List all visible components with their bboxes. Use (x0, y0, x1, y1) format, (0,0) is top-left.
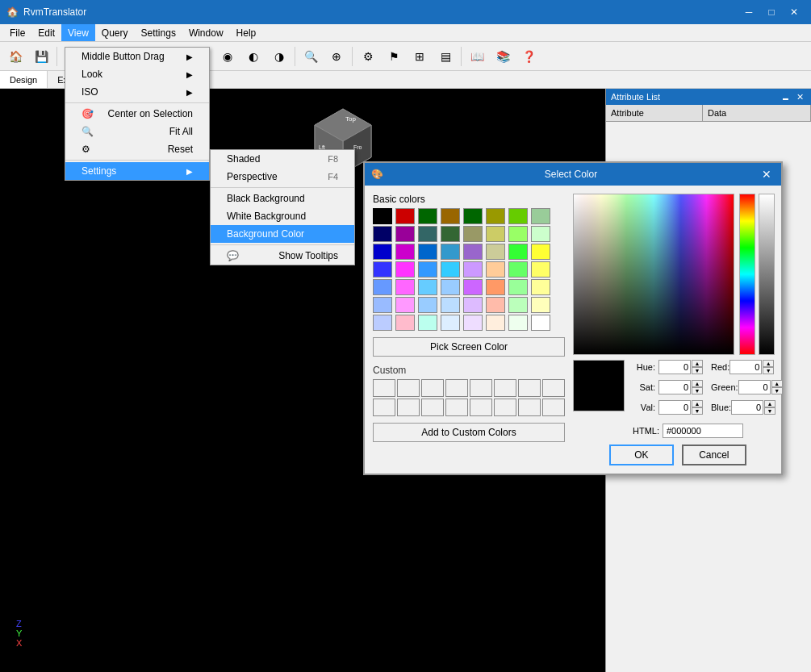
pick-screen-color-button[interactable]: Pick Screen Color (373, 337, 565, 357)
color-cell[interactable] (441, 297, 460, 313)
color-cell[interactable] (373, 297, 392, 313)
custom-color-cell[interactable] (397, 399, 420, 416)
ok-button[interactable]: OK (609, 445, 674, 465)
color-cell[interactable] (373, 315, 392, 331)
toolbar-search[interactable]: 🔍 (299, 44, 323, 69)
color-cell[interactable] (486, 261, 505, 278)
color-cell[interactable] (418, 208, 437, 224)
add-to-custom-colors-button[interactable]: Add to Custom Colors (373, 423, 565, 442)
color-cell[interactable] (531, 279, 550, 295)
custom-color-cell[interactable] (470, 399, 492, 416)
maximize-button[interactable]: □ (761, 4, 782, 20)
color-cell[interactable] (373, 208, 392, 224)
color-cell[interactable] (531, 315, 550, 331)
sub-black-bg[interactable]: Black Background (211, 190, 354, 207)
custom-color-cell[interactable] (542, 399, 565, 416)
color-cell[interactable] (486, 226, 505, 242)
green-down[interactable]: ▼ (771, 387, 783, 394)
ctx-middle-button-drag[interactable]: Middle Button Drag ▶ (65, 48, 209, 65)
toolbar-gear[interactable]: ⚙ (356, 44, 380, 69)
color-spectrum[interactable] (573, 194, 734, 355)
color-cell[interactable] (531, 226, 550, 242)
toolbar-nav[interactable]: ⊕ (324, 44, 349, 69)
color-cell[interactable] (441, 226, 460, 242)
color-cell[interactable] (463, 297, 483, 313)
blue-up[interactable]: ▲ (764, 400, 775, 407)
color-cell[interactable] (508, 208, 528, 224)
red-input[interactable] (729, 360, 762, 374)
color-cell[interactable] (373, 279, 392, 295)
html-color-input[interactable] (663, 424, 743, 438)
close-button[interactable]: ✕ (784, 4, 805, 20)
toolbar-help[interactable]: ❓ (516, 44, 541, 69)
green-up[interactable]: ▲ (771, 380, 783, 387)
custom-color-cell[interactable] (494, 399, 516, 416)
color-cell[interactable] (486, 244, 505, 260)
color-cell[interactable] (395, 244, 415, 260)
color-cell[interactable] (441, 315, 460, 331)
toolbar-cube7[interactable]: ◉ (215, 44, 240, 69)
color-cell[interactable] (508, 315, 528, 331)
color-cell[interactable] (395, 279, 415, 295)
val-input[interactable] (658, 400, 691, 415)
hue-up[interactable]: ▲ (692, 360, 703, 367)
ctx-settings[interactable]: Settings ▶ (65, 162, 209, 180)
color-cell[interactable] (531, 208, 550, 224)
custom-color-cell[interactable] (518, 399, 541, 416)
green-input[interactable] (738, 380, 771, 394)
color-cell[interactable] (463, 279, 483, 295)
custom-color-cell[interactable] (373, 379, 395, 397)
color-cell[interactable] (531, 244, 550, 260)
ctx-center-on-selection[interactable]: 🎯 Center on Selection (65, 105, 209, 123)
toolbar-flag[interactable]: ⚑ (382, 44, 406, 69)
menu-file[interactable]: File (3, 24, 31, 41)
ctx-iso[interactable]: ISO ▶ (65, 83, 209, 101)
color-cell[interactable] (508, 226, 528, 242)
alpha-slider[interactable] (759, 194, 775, 355)
minimize-button[interactable]: ─ (738, 4, 759, 20)
custom-color-cell[interactable] (421, 379, 444, 397)
color-cell[interactable] (531, 261, 550, 278)
color-cell[interactable] (395, 208, 415, 224)
color-cell[interactable] (531, 297, 550, 313)
toolbar-rvm-btn[interactable]: 🏠 (3, 44, 27, 69)
custom-color-cell[interactable] (445, 399, 468, 416)
color-cell[interactable] (463, 261, 483, 278)
color-cell[interactable] (486, 279, 505, 295)
sub-show-tooltips[interactable]: 💬 Show Tooltips (211, 247, 354, 265)
sub-shaded[interactable]: Shaded F8 (211, 150, 354, 168)
color-cell[interactable] (418, 279, 437, 295)
color-cell[interactable] (373, 244, 392, 260)
color-cell[interactable] (418, 297, 437, 313)
color-cell[interactable] (463, 226, 483, 242)
color-cell[interactable] (441, 261, 460, 278)
color-cell[interactable] (441, 208, 460, 224)
custom-color-cell[interactable] (421, 399, 444, 416)
ctx-look[interactable]: Look ▶ (65, 65, 209, 83)
menu-window[interactable]: Window (182, 24, 230, 41)
blue-input[interactable] (731, 400, 763, 415)
blue-down[interactable]: ▼ (764, 407, 775, 415)
color-cell[interactable] (395, 315, 415, 331)
toolbar-save-btn[interactable]: 💾 (29, 44, 53, 69)
color-cell[interactable] (463, 244, 483, 260)
color-cell[interactable] (418, 226, 437, 242)
toolbar-panel[interactable]: ▤ (433, 44, 458, 69)
custom-color-cell[interactable] (470, 379, 492, 397)
custom-color-cell[interactable] (494, 379, 516, 397)
sat-up[interactable]: ▲ (692, 380, 703, 387)
color-cell[interactable] (395, 226, 415, 242)
sub-perspective[interactable]: Perspective F4 (211, 168, 354, 186)
color-cell[interactable] (395, 297, 415, 313)
color-cell[interactable] (395, 261, 415, 278)
toolbar-cube9[interactable]: ◑ (267, 44, 291, 69)
color-cell[interactable] (486, 315, 505, 331)
color-cell[interactable] (486, 208, 505, 224)
color-cell[interactable] (486, 297, 505, 313)
color-cell[interactable] (418, 261, 437, 278)
custom-color-cell[interactable] (542, 379, 565, 397)
color-cell[interactable] (373, 226, 392, 242)
color-cell[interactable] (441, 244, 460, 260)
sub-bg-color[interactable]: Background Color (211, 225, 354, 243)
hue-input[interactable] (658, 360, 691, 374)
